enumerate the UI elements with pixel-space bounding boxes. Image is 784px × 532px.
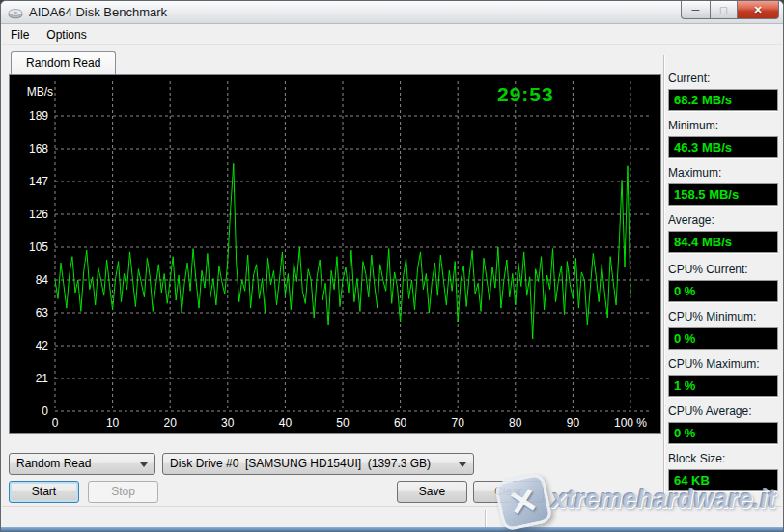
stat-label: Block Size:: [668, 452, 778, 465]
y-tick-label: 21: [36, 372, 49, 385]
status-separator: [485, 510, 487, 527]
x-tick-label: 70: [452, 416, 465, 430]
stat-cpu-maximum: CPU% Maximum: 1 %: [668, 357, 778, 397]
stat-label: CPU% Maximum:: [668, 357, 778, 371]
stat-value: 0 %: [668, 422, 778, 444]
window-frame-bottom: [1, 527, 783, 531]
menu-file[interactable]: File: [2, 25, 38, 44]
x-tick-label: 40: [279, 416, 293, 430]
y-tick-label: 42: [36, 339, 49, 352]
y-tick-label: 84: [36, 273, 49, 287]
stat-block-size: Block Size: 64 KB: [668, 452, 778, 491]
stat-maximum: Maximum: 158.5 MB/s: [668, 166, 778, 206]
clear-button[interactable]: Clear: [473, 481, 544, 503]
x-tick-label: 80: [509, 416, 522, 430]
y-tick-label: 126: [29, 208, 48, 221]
window-title: AIDA64 Disk Benchmark: [29, 5, 167, 19]
app-disk-icon: [8, 5, 23, 20]
y-tick-label: 168: [29, 142, 48, 155]
stat-minimum: Minimum: 46.3 MB/s: [668, 119, 778, 158]
stat-label: CPU% Average:: [668, 405, 778, 418]
stat-label: CPU% Current:: [668, 263, 778, 276]
chevron-down-icon: [459, 462, 466, 467]
y-tick-label: 0: [42, 405, 48, 418]
x-tick-label: 100 %: [614, 416, 647, 430]
x-tick-label: 30: [221, 416, 235, 430]
chevron-down-icon: [140, 462, 148, 467]
close-icon: ✕: [753, 4, 762, 16]
stat-value: 46.3 MB/s: [668, 136, 778, 158]
stat-label: CPU% Minimum:: [668, 310, 778, 323]
minimize-icon: ─: [692, 4, 700, 15]
menu-options[interactable]: Options: [38, 25, 95, 44]
status-bar: [2, 506, 782, 529]
x-tick-label: 50: [336, 416, 350, 430]
stat-label: Current:: [668, 71, 778, 85]
x-tick-label: 10: [106, 416, 120, 430]
stat-cpu-current: CPU% Current: 0 %: [668, 263, 778, 302]
start-button[interactable]: Start: [9, 481, 79, 503]
test-type-value: Random Read: [16, 454, 135, 474]
test-type-combobox[interactable]: Random Read: [9, 453, 155, 475]
y-axis-unit: MB/s: [27, 85, 53, 98]
stat-cpu-average: CPU% Average: 0 %: [668, 405, 778, 444]
benchmark-chart: 189168147126105846342210MB/s010203040506…: [9, 74, 661, 434]
stat-value: 0 %: [668, 280, 778, 302]
stat-value: 158.5 MB/s: [668, 183, 778, 206]
close-button[interactable]: ✕: [737, 1, 779, 19]
maximize-icon: ◻: [719, 4, 728, 16]
window-controls: ─ ◻ ✕: [681, 1, 779, 19]
drive-value: Disk Drive #0 [SAMSUNG HD154UI] (1397.3 …: [170, 454, 454, 474]
stat-value: 64 KB: [668, 469, 778, 491]
menu-bar: File Options: [2, 24, 782, 45]
save-button[interactable]: Save: [397, 481, 467, 503]
y-tick-label: 105: [29, 240, 48, 254]
stat-value: 1 %: [668, 375, 778, 397]
chart-canvas: 189168147126105846342210MB/s010203040506…: [10, 75, 660, 433]
stat-label: Average:: [668, 213, 778, 227]
stat-current: Current: 68.2 MB/s: [668, 71, 778, 111]
x-tick-label: 90: [567, 416, 580, 430]
y-tick-label: 189: [29, 109, 48, 123]
stat-label: Maximum:: [668, 166, 778, 180]
app-window: AIDA64 Disk Benchmark ─ ◻ ✕ File Options…: [0, 0, 784, 532]
minimize-button[interactable]: ─: [681, 1, 710, 19]
y-tick-label: 63: [36, 306, 49, 320]
title-bar: AIDA64 Disk Benchmark ─ ◻ ✕: [1, 1, 783, 24]
x-tick-label: 60: [394, 416, 407, 430]
x-tick-label: 20: [164, 416, 178, 430]
stat-value: 0 %: [668, 327, 778, 350]
tab-random-read[interactable]: Random Read: [11, 51, 116, 75]
panel-separator: [663, 55, 665, 501]
elapsed-time: 29:53: [497, 83, 554, 106]
drive-combobox[interactable]: Disk Drive #0 [SAMSUNG HD154UI] (1397.3 …: [162, 453, 474, 475]
stat-value: 68.2 MB/s: [668, 89, 778, 111]
stat-label: Minimum:: [668, 119, 778, 132]
stop-button[interactable]: Stop: [88, 481, 158, 503]
maximize-button[interactable]: ◻: [710, 1, 737, 19]
stat-average: Average: 84.4 MB/s: [668, 213, 778, 253]
stat-value: 84.4 MB/s: [668, 231, 778, 253]
x-tick-label: 0: [52, 416, 59, 430]
stat-cpu-minimum: CPU% Minimum: 0 %: [668, 310, 778, 350]
y-tick-label: 147: [29, 175, 48, 188]
